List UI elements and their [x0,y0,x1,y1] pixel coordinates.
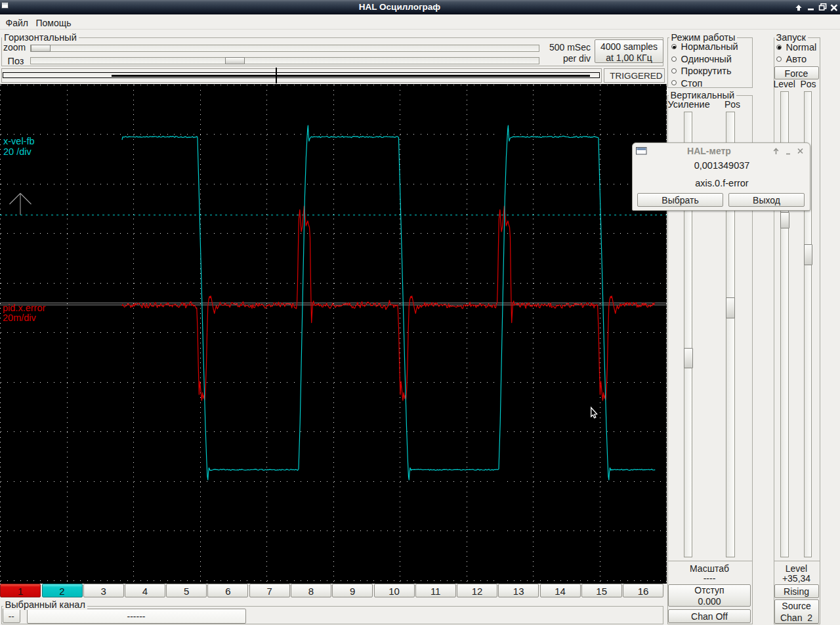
svg-text:x-vel-fb: x-vel-fb [3,136,35,146]
svg-text:20m/div: 20m/div [3,312,37,323]
svg-text:20 /div: 20 /div [3,146,32,157]
